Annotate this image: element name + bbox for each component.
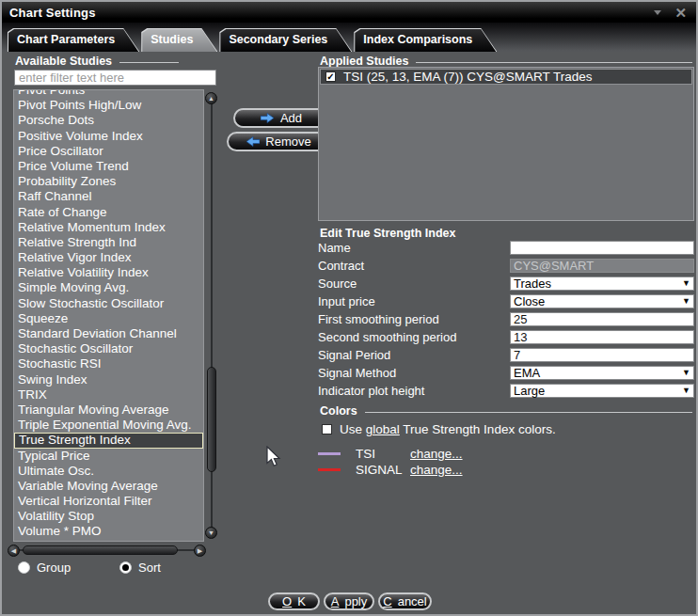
ok-button[interactable]: OK	[268, 592, 320, 610]
list-item-probability-zones[interactable]: Probability Zones	[14, 174, 203, 189]
list-item-vertical-horizontal-filter[interactable]: Vertical Horizontal Filter	[14, 494, 203, 509]
tab-secondary-series[interactable]: Secondary Series	[219, 28, 352, 52]
tab-label: Studies	[141, 28, 217, 46]
input-name[interactable]	[510, 241, 694, 255]
arrow-right-icon	[261, 113, 275, 123]
list-item-positive-volume-index[interactable]: Positive Volume Index	[14, 129, 203, 144]
applied-studies-list-box: ✓ TSI (25, 13, EMA (7)) CYS@SMART Trades	[318, 67, 694, 221]
list-item-swing-index[interactable]: Swing Index	[14, 372, 203, 387]
list-item-stochastic-rsi[interactable]: Stochastic RSI	[14, 356, 203, 371]
scroll-down-icon[interactable]: ▼	[205, 527, 217, 539]
window-menu-icon[interactable]	[654, 10, 661, 15]
tab-studies[interactable]: Studies	[141, 28, 217, 52]
list-item-relative-momentum-index[interactable]: Relative Momentum Index	[14, 220, 203, 235]
list-item-porsche-dots[interactable]: Porsche Dots	[14, 113, 203, 128]
tsi-color-row: TSI change...	[318, 446, 463, 461]
select-value: Trades	[514, 277, 682, 290]
list-item-raff-channel[interactable]: Raff Channel	[14, 189, 203, 204]
sort-radio[interactable]: Sort	[119, 561, 161, 575]
select-signal-method[interactable]: EMA▼	[510, 366, 694, 380]
radio-label: Group	[37, 561, 71, 575]
use-global-label: Use global True Strength Index colors.	[340, 422, 556, 436]
field-label: Input price	[318, 294, 510, 308]
input-first-smoothing-period[interactable]	[510, 312, 694, 326]
checkbox-checked-icon[interactable]: ✓	[325, 71, 336, 82]
filter-input[interactable]	[14, 70, 216, 86]
remove-button[interactable]: Remove	[227, 132, 330, 151]
global-link[interactable]: global	[366, 422, 400, 436]
select-indicator-plot-height[interactable]: Large▼	[510, 384, 694, 398]
list-item-ultimate-osc[interactable]: Ultimate Osc.	[14, 464, 203, 479]
list-item-volatility-stop[interactable]: Volatility Stop	[14, 509, 203, 524]
list-item-price-oscillator[interactable]: Price Oscillator	[14, 144, 203, 159]
signal-change-link[interactable]: change...	[410, 463, 463, 477]
close-icon[interactable]: ✕	[674, 6, 687, 20]
section-title: Available Studies	[15, 55, 112, 68]
list-item-relative-volatility-index[interactable]: Relative Volatility Index	[14, 265, 203, 280]
list-item-pivot-points[interactable]: Pivot Points	[14, 89, 203, 98]
field-label: Second smoothing period	[318, 330, 510, 344]
input-signal-period[interactable]	[510, 348, 694, 362]
chevron-down-icon: ▼	[682, 369, 690, 377]
label-part: True Strength Index colors.	[403, 422, 555, 436]
list-item-typical-price[interactable]: Typical Price	[14, 449, 203, 464]
section-title: Edit True Strength Index	[320, 227, 455, 240]
list-item-triple-exponential-moving-avg[interactable]: Triple Exponential Moving Avg.	[14, 418, 203, 433]
title-bar[interactable]: Chart Settings ✕	[2, 2, 696, 23]
list-item-standard-deviation-channel[interactable]: Standard Deviation Channel	[14, 326, 203, 341]
chevron-down-icon: ▼	[682, 279, 690, 288]
horizontal-scrollbar[interactable]: ◀ ▶	[8, 544, 206, 558]
list-item-triangular-moving-average[interactable]: Triangular Moving Average	[14, 403, 203, 418]
list-item-trix[interactable]: TRIX	[14, 387, 203, 403]
list-item-variable-moving-average[interactable]: Variable Moving Average	[14, 479, 203, 494]
scrollbar-thumb[interactable]	[23, 545, 178, 555]
select-input-price[interactable]: Close▼	[510, 294, 694, 308]
select-value: EMA	[514, 367, 682, 379]
radio-icon[interactable]	[119, 561, 132, 574]
radio-icon[interactable]	[18, 561, 30, 574]
select-source[interactable]: Trades▼	[510, 276, 694, 291]
checkbox-unchecked-icon[interactable]	[322, 424, 332, 434]
field-label: First smoothing period	[318, 312, 510, 326]
group-radio[interactable]: Group	[18, 561, 71, 575]
tsi-change-link[interactable]: change...	[410, 447, 463, 461]
scroll-right-icon[interactable]: ▶	[194, 545, 206, 557]
applied-study-label: TSI (25, 13, EMA (7)) CYS@SMART Trades	[343, 70, 593, 84]
field-label: Name	[318, 241, 510, 255]
chevron-down-icon: ▼	[682, 297, 690, 306]
scroll-left-icon[interactable]: ◀	[8, 545, 20, 557]
add-button[interactable]: Add	[233, 108, 329, 128]
tab-chart-parameters[interactable]: Chart Parameters	[8, 28, 139, 52]
scroll-up-icon[interactable]: ▲	[205, 92, 217, 104]
tsi-color-swatch	[318, 452, 341, 455]
field-label: Signal Period	[318, 348, 510, 362]
divider	[416, 62, 692, 63]
list-item-pivot-points-high-low[interactable]: Pivot Points High/Low	[14, 98, 203, 113]
available-studies-list: Pivot PointsPivot Points High/LowPorsche…	[14, 89, 203, 540]
list-item-stochastic-oscillator[interactable]: Stochastic Oscillator	[14, 341, 203, 356]
divider	[119, 62, 179, 63]
list-item-relative-strength-ind[interactable]: Relative Strength Ind	[14, 235, 203, 250]
remove-label: Remove	[265, 134, 310, 149]
input-second-smoothing-period[interactable]	[510, 330, 694, 344]
radio-label: Sort	[138, 561, 161, 575]
scrollbar-thumb[interactable]	[207, 367, 216, 472]
apply-button[interactable]: Apply	[324, 592, 374, 610]
list-item-relative-vigor-index[interactable]: Relative Vigor Index	[14, 250, 203, 265]
cancel-button[interactable]: Cancel	[378, 592, 432, 610]
list-item-simple-moving-avg[interactable]: Simple Moving Avg.	[14, 280, 203, 295]
vertical-scrollbar[interactable]: ▲ ▼	[204, 89, 219, 542]
field-label: Contract	[318, 259, 510, 273]
list-item-slow-stochastic-oscillator[interactable]: Slow Stochastic Oscillator	[14, 296, 203, 311]
list-item-volume-pmo[interactable]: Volume * PMO	[14, 524, 203, 539]
form-row-source: SourceTrades▼	[318, 275, 694, 292]
list-item-true-strength-index[interactable]: True Strength Index	[14, 433, 203, 448]
edit-section-header: Edit True Strength Index	[320, 227, 455, 240]
available-studies-list-box: Pivot PointsPivot Points High/LowPorsche…	[13, 89, 204, 542]
applied-study-row[interactable]: ✓ TSI (25, 13, EMA (7)) CYS@SMART Trades	[320, 69, 692, 85]
list-item-squeeze[interactable]: Squeeze	[14, 311, 203, 326]
list-item-price-volume-trend[interactable]: Price Volume Trend	[14, 159, 203, 174]
tab-index-comparisons[interactable]: Index Comparisons	[354, 28, 497, 52]
form-row-name: Name	[318, 239, 694, 257]
list-item-rate-of-change[interactable]: Rate of Change	[14, 205, 203, 220]
